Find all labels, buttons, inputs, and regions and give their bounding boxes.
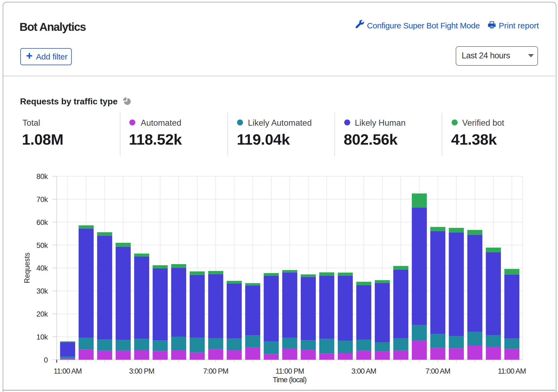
svg-text:30k: 30k (36, 287, 48, 295)
svg-text:11:00 PM: 11:00 PM (275, 367, 304, 375)
svg-text:50k: 50k (36, 241, 48, 250)
svg-text:80k: 80k (36, 172, 48, 181)
svg-text:10k: 10k (36, 333, 48, 341)
svg-text:11:00 AM: 11:00 AM (498, 367, 526, 375)
svg-text:7:00 AM: 7:00 AM (425, 367, 450, 375)
svg-text:3:00 PM: 3:00 PM (129, 367, 154, 375)
svg-text:Requests: Requests (23, 253, 31, 283)
svg-text:20k: 20k (36, 310, 48, 318)
svg-text:7:00 PM: 7:00 PM (203, 367, 228, 375)
svg-text:3:00 AM: 3:00 AM (352, 367, 376, 375)
svg-text:60k: 60k (36, 218, 48, 227)
svg-text:40k: 40k (36, 264, 48, 272)
svg-text:11:00 AM: 11:00 AM (54, 367, 81, 375)
svg-text:70k: 70k (36, 195, 48, 204)
svg-text:Time (local): Time (local) (273, 376, 307, 384)
svg-text:0: 0 (44, 356, 48, 364)
